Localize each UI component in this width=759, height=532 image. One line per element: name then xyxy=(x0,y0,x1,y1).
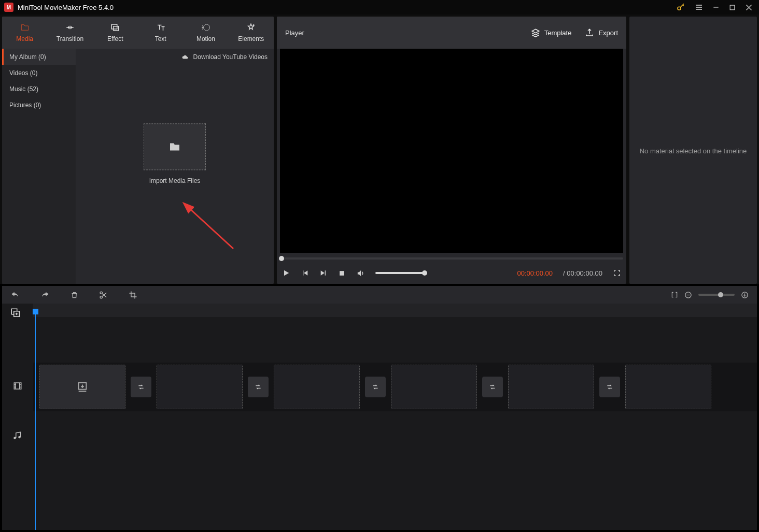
import-media-label: Import Media Files xyxy=(144,177,206,184)
timeline-toolbar xyxy=(2,286,757,304)
sidebar-item-label: Videos (0) xyxy=(9,69,37,77)
sidebar-item-label: My Album (0) xyxy=(9,53,46,61)
svg-point-0 xyxy=(678,7,681,10)
timeline-transition-slot[interactable] xyxy=(482,377,503,397)
folder-icon xyxy=(167,140,182,153)
time-total: / 00:00:00.00 xyxy=(563,269,602,277)
timeline-transition-slot[interactable] xyxy=(131,377,151,397)
svg-rect-6 xyxy=(340,271,344,276)
player-title: Player xyxy=(285,29,517,37)
timeline-transition-slot[interactable] xyxy=(365,377,386,397)
template-button[interactable]: Template xyxy=(531,28,572,37)
cloud-download-icon xyxy=(181,54,189,60)
player-viewport[interactable] xyxy=(280,49,623,253)
timeline-clip-slot[interactable] xyxy=(39,365,125,409)
timeline-transition-slot[interactable] xyxy=(599,377,620,397)
timeline-ruler[interactable] xyxy=(33,304,757,317)
menu-icon[interactable] xyxy=(695,3,703,11)
svg-rect-14 xyxy=(14,383,21,389)
redo-button[interactable] xyxy=(40,291,50,299)
properties-panel: No material selected on the timeline xyxy=(629,17,757,284)
timeline-clip-slot[interactable] xyxy=(274,365,360,409)
zoom-slider[interactable] xyxy=(698,294,735,296)
add-track-button[interactable] xyxy=(10,308,20,317)
minimize-button[interactable] xyxy=(712,4,720,11)
crop-button[interactable] xyxy=(129,291,137,299)
timeline-audio-lane[interactable] xyxy=(33,411,757,460)
tab-elements-label: Elements xyxy=(238,35,264,42)
close-button[interactable] xyxy=(745,4,753,11)
export-icon xyxy=(585,28,594,37)
tab-media[interactable]: Media xyxy=(2,17,47,49)
download-youtube-link[interactable]: Download YouTube Videos xyxy=(181,49,268,65)
template-icon xyxy=(531,28,540,37)
video-track-icon xyxy=(12,381,23,391)
svg-point-7 xyxy=(100,292,102,294)
sidebar-item-label: Music (52) xyxy=(9,85,38,93)
undo-button[interactable] xyxy=(10,291,20,299)
svg-point-8 xyxy=(100,296,102,298)
delete-button[interactable] xyxy=(71,291,78,299)
properties-empty-message: No material selected on the timeline xyxy=(629,147,757,155)
media-sidebar: My Album (0) Videos (0) Music (52) Pictu… xyxy=(2,49,76,284)
timeline-clip-slot[interactable] xyxy=(391,365,477,409)
timeline-clip-slot[interactable] xyxy=(625,365,711,409)
tab-effect[interactable]: Effect xyxy=(93,17,138,49)
media-panel: Media Transition Effect Text Motion Elem… xyxy=(2,17,274,284)
tab-elements[interactable]: Elements xyxy=(229,17,274,49)
tab-motion[interactable]: Motion xyxy=(183,17,228,49)
next-frame-button[interactable] xyxy=(319,269,328,277)
export-button[interactable]: Export xyxy=(585,28,618,37)
svg-rect-1 xyxy=(730,5,735,10)
timeline-video-lane[interactable] xyxy=(33,363,757,411)
media-content: Download YouTube Videos Import Media Fil… xyxy=(76,49,274,284)
tab-media-label: Media xyxy=(16,35,33,42)
tab-transition[interactable]: Transition xyxy=(47,17,92,49)
template-label: Template xyxy=(544,29,572,37)
timeline-text-lane[interactable] xyxy=(33,317,757,363)
volume-button[interactable] xyxy=(356,269,365,278)
timeline-clip-slot[interactable] xyxy=(157,365,243,409)
seek-slider[interactable] xyxy=(280,257,623,260)
sidebar-item-music[interactable]: Music (52) xyxy=(2,81,76,97)
svg-point-4 xyxy=(203,24,209,31)
sidebar-item-pictures[interactable]: Pictures (0) xyxy=(2,97,76,113)
prev-frame-button[interactable] xyxy=(301,269,309,277)
tab-text[interactable]: Text xyxy=(138,17,183,49)
fullscreen-button[interactable] xyxy=(613,269,621,277)
zoom-in-button[interactable] xyxy=(741,291,749,299)
import-media-dropzone[interactable] xyxy=(144,123,206,170)
audio-track-icon xyxy=(12,430,22,441)
timeline-transition-slot[interactable] xyxy=(248,377,269,397)
tab-transition-label: Transition xyxy=(57,35,83,42)
tab-text-label: Text xyxy=(155,35,166,42)
sidebar-item-label: Pictures (0) xyxy=(9,102,41,109)
export-label: Export xyxy=(598,29,618,37)
timeline-playhead[interactable] xyxy=(35,310,36,530)
title-bar: M MiniTool MovieMaker Free 5.4.0 xyxy=(0,0,759,15)
volume-slider[interactable] xyxy=(375,272,425,274)
maximize-button[interactable] xyxy=(729,4,736,11)
app-icon: M xyxy=(4,3,13,12)
download-youtube-label: Download YouTube Videos xyxy=(193,53,268,61)
upgrade-key-icon[interactable] xyxy=(676,3,685,12)
sidebar-item-videos[interactable]: Videos (0) xyxy=(2,65,76,81)
import-clip-icon xyxy=(77,381,88,393)
svg-point-5 xyxy=(254,25,255,26)
zoom-out-button[interactable] xyxy=(684,291,692,299)
tab-motion-label: Motion xyxy=(196,35,215,42)
sidebar-item-album[interactable]: My Album (0) xyxy=(2,49,76,65)
stop-button[interactable] xyxy=(338,269,346,277)
timeline-gutter xyxy=(2,304,33,530)
timeline-clip-slot[interactable] xyxy=(508,365,594,409)
timeline[interactable] xyxy=(2,304,757,530)
play-button[interactable] xyxy=(282,269,290,277)
svg-rect-3 xyxy=(114,26,119,31)
time-current: 00:00:00.00 xyxy=(517,269,553,277)
player-panel: Player Template Export 00:00: xyxy=(277,17,626,284)
tab-effect-label: Effect xyxy=(107,35,123,42)
zoom-fit-button[interactable] xyxy=(671,291,678,299)
split-button[interactable] xyxy=(99,291,108,299)
app-title: MiniTool MovieMaker Free 5.4.0 xyxy=(18,4,676,11)
main-tabs: Media Transition Effect Text Motion Elem… xyxy=(2,17,274,49)
